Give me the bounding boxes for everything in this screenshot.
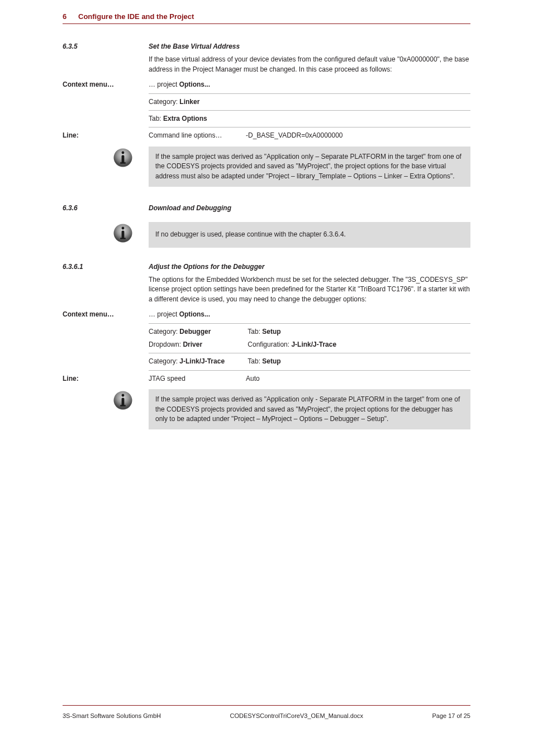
config-label: Context menu… [63, 80, 149, 88]
section-heading: 6.3.6.1 Adjust the Options for the Debug… [63, 262, 470, 272]
section-intro: The options for the Embedded Workbench m… [63, 275, 470, 304]
config-row: Category: J-Link/J-Trace Tab: Setup [63, 357, 470, 370]
info-text: If no debugger is used, please continue … [149, 222, 470, 247]
page-header-title: Configure the IDE and the Project [78, 12, 194, 21]
section-heading: 6.3.5 Set the Base Virtual Address [63, 42, 470, 51]
section-intro: If the base virtual address of your devi… [63, 55, 470, 74]
svg-point-9 [122, 394, 125, 397]
section-number: 6.3.5 [63, 42, 78, 50]
info-icon [113, 223, 133, 243]
config-value: Category: J-Link/J-Trace Tab: Setup [149, 357, 470, 370]
config-value: Command line options…-D_BASE_VADDR=0xA00… [149, 131, 470, 140]
info-callout: If the sample project was derived as "Ap… [63, 147, 470, 187]
config-row: Category: Linker [63, 97, 470, 111]
page-content: 6.3.5 Set the Base Virtual Address If th… [63, 42, 470, 429]
config-value: JTAG speedAuto [149, 374, 470, 384]
config-label: Context menu… [63, 310, 149, 318]
svg-rect-3 [120, 162, 126, 163]
config-value: Category: Debugger Tab: Setup Dropdown: … [149, 327, 470, 354]
footer-right: Page 17 of 25 [432, 712, 470, 719]
svg-rect-10 [122, 398, 125, 406]
config-value: Category: Linker [149, 97, 470, 111]
config-row: Line: Command line options…-D_BASE_VADDR… [63, 131, 470, 140]
config-value: Tab: Extra Options [149, 114, 470, 127]
svg-rect-2 [122, 155, 125, 163]
config-row: Line: JTAG speedAuto [63, 374, 470, 384]
intro-text: If the base virtual address of your devi… [149, 55, 470, 74]
config-label [63, 114, 149, 115]
section-title: Set the Base Virtual Address [149, 42, 240, 50]
svg-point-1 [122, 151, 125, 154]
section-number: 6.3.6.1 [63, 263, 83, 271]
section-title: Adjust the Options for the Debugger [149, 263, 264, 271]
config-value: … project Options... [149, 80, 470, 93]
section-number: 6.3.6 [63, 204, 78, 212]
footer-center: CODESYSControlTriCoreV3_OEM_Manual.docx [230, 712, 363, 719]
config-label [63, 327, 149, 328]
config-label [63, 97, 149, 98]
info-callout: If the sample project was derived as "Ap… [63, 389, 470, 429]
config-value: … project Options... [149, 310, 470, 323]
info-icon [113, 390, 133, 410]
svg-rect-7 [120, 238, 126, 239]
info-text: If the sample project was derived as "Ap… [149, 147, 470, 187]
config-row: Category: Debugger Tab: Setup Dropdown: … [63, 327, 470, 354]
footer-divider [63, 705, 470, 706]
page-footer: 3S-Smart Software Solutions GmbH CODESYS… [63, 712, 470, 719]
config-row: Context menu… … project Options... [63, 310, 470, 323]
config-label: Line: [63, 374, 149, 382]
footer-left: 3S-Smart Software Solutions GmbH [63, 712, 161, 719]
config-row: Context menu… … project Options... [63, 80, 470, 93]
header-divider [63, 23, 470, 24]
info-icon [113, 148, 133, 168]
intro-text: The options for the Embedded Workbench m… [149, 275, 470, 304]
section-title: Download and Debugging [149, 204, 231, 212]
config-row: Tab: Extra Options [63, 114, 470, 127]
svg-rect-11 [120, 405, 126, 406]
config-label [63, 357, 149, 357]
config-label: Line: [63, 131, 149, 139]
info-text: If the sample project was derived as "Ap… [149, 389, 470, 429]
svg-rect-6 [122, 231, 125, 239]
info-callout: If no debugger is used, please continue … [63, 222, 470, 247]
page-header-number: 6 [63, 12, 66, 21]
svg-point-5 [122, 227, 125, 230]
section-heading: 6.3.6 Download and Debugging [63, 204, 470, 213]
